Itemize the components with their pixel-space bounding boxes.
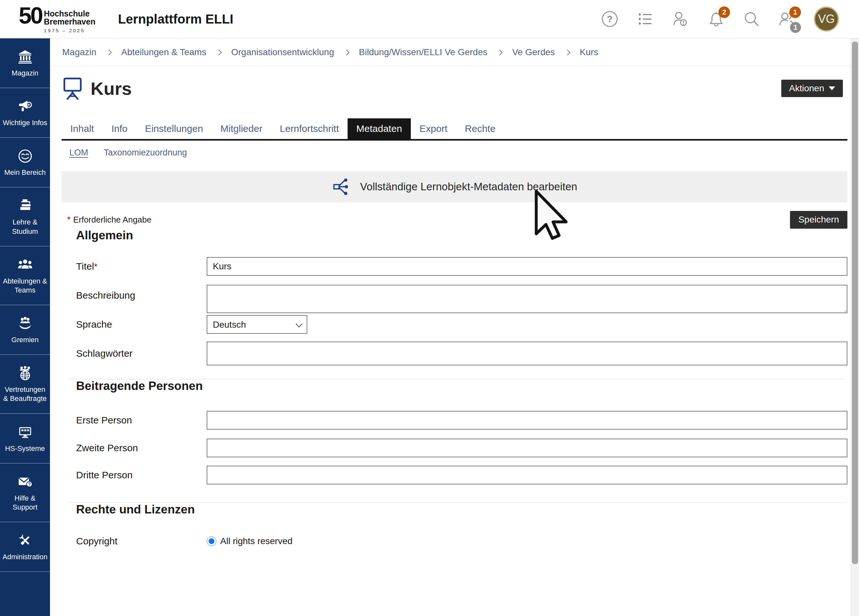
chevron-right-icon: [564, 49, 570, 55]
chevron-right-icon: [106, 49, 112, 55]
sidebar-item-hilfe-support[interactable]: ? Hilfe & Support: [0, 463, 50, 522]
subtab-taxonomiezuordnung[interactable]: Taxonomiezuordnung: [104, 148, 187, 158]
first-person-label: Erste Person: [62, 415, 207, 426]
breadcrumb-magazin[interactable]: Magazin: [62, 47, 97, 58]
todo-list-button[interactable]: [637, 10, 654, 28]
breadcrumb: Magazin Abteilungen & Teams Organisation…: [50, 38, 851, 66]
contacts-button[interactable]: 1 1: [778, 10, 796, 28]
tab-export[interactable]: Export: [411, 118, 456, 139]
keywords-field-label: Schlagwörter: [62, 348, 207, 359]
megaphone-icon: [17, 99, 33, 114]
app-title: Lernplattform ELLI: [118, 12, 233, 27]
breadcrumb-ve-gerdes[interactable]: Ve Gerdes: [512, 47, 554, 58]
chevron-right-icon: [497, 49, 503, 55]
todo-list-icon: [637, 10, 654, 28]
sidebar-item-lehre-studium[interactable]: Lehre & Studium: [0, 188, 50, 246]
sidebar-item-hs-systeme[interactable]: *** HS-Systeme: [0, 414, 50, 463]
tab-rechte[interactable]: Rechte: [456, 118, 504, 139]
user-status-button[interactable]: [672, 10, 689, 28]
object-tabs: Inhalt Info Einstellungen Mitglieder Ler…: [62, 118, 847, 141]
title-input[interactable]: [207, 257, 847, 276]
section-heading-beitragende-personen: Beitragende Personen: [76, 379, 847, 393]
description-field-label: Beschreibung: [62, 285, 207, 301]
actions-button[interactable]: Aktionen: [781, 80, 843, 97]
sidebar-item-gremien[interactable]: Gremien: [0, 305, 50, 355]
tab-mitglieder[interactable]: Mitglieder: [212, 118, 271, 139]
logo-name-line1: Hochschule: [44, 10, 95, 18]
vertical-scrollbar-thumb[interactable]: [852, 42, 858, 564]
sidebar-item-vertretungen-beauftragte[interactable]: Vertretungen & Beauftragte: [0, 355, 50, 413]
sidebar-item-wichtige-infos[interactable]: Wichtige Infos: [0, 88, 50, 138]
sidebar-item-mein-bereich[interactable]: Mein Bereich: [0, 138, 50, 188]
second-person-label: Zweite Person: [62, 442, 207, 453]
chevron-down-icon: [829, 86, 835, 90]
globe-people-icon: [17, 366, 33, 381]
logo-50-mark: 50: [19, 5, 42, 26]
breadcrumb-bildung-wissen[interactable]: Bildung/Wissen/ELLI Ve Gerdes: [359, 47, 487, 58]
avatar[interactable]: VG: [814, 6, 839, 31]
tab-lernfortschritt[interactable]: Lernfortschritt: [271, 118, 348, 139]
mail-help-icon: ?: [17, 474, 33, 489]
copyright-field-label: Copyright: [62, 536, 207, 547]
tab-einstellungen[interactable]: Einstellungen: [136, 118, 211, 139]
main-navigation-sidebar: Magazin Wichtige Infos Mein Bereich: [0, 38, 50, 616]
title-field-label: Titel*: [62, 261, 207, 272]
breadcrumb-kurs[interactable]: Kurs: [580, 47, 598, 58]
sidebar-item-administration[interactable]: Administration: [0, 522, 50, 572]
tools-icon: [17, 533, 33, 548]
chevron-right-icon: [344, 49, 349, 55]
metadata-subtabs: LOM Taxonomiezuordnung: [69, 148, 847, 158]
hochschule-bremerhaven-logo[interactable]: 50 Hochschule Bremerhaven 1975 – 2025: [19, 5, 95, 33]
committee-icon: [17, 316, 33, 331]
help-button[interactable]: ?: [601, 10, 618, 28]
notifications-button[interactable]: 2: [708, 10, 725, 28]
required-field-note: *Erforderliche Angabe: [67, 214, 151, 225]
copyright-radio-label: All rights reserved: [220, 536, 292, 546]
monitor-icon: ***: [17, 424, 33, 440]
sidebar-item-magazin[interactable]: Magazin: [0, 38, 50, 88]
user-status-icon: [672, 10, 689, 28]
save-button[interactable]: Speichern: [790, 211, 847, 229]
sidebar-empty-area: [0, 572, 50, 616]
smiley-icon: [17, 149, 33, 164]
bank-icon: [17, 49, 33, 64]
language-select[interactable]: Deutsch: [207, 315, 307, 334]
tab-info[interactable]: Info: [103, 118, 136, 139]
logo-name-line2: Bremerhaven: [44, 18, 95, 26]
search-button[interactable]: [743, 10, 760, 28]
description-textarea[interactable]: [207, 285, 847, 313]
vertical-scrollbar-track[interactable]: [851, 38, 859, 616]
edit-full-metadata-link[interactable]: Vollständige Lernobjekt-Metadaten bearbe…: [62, 171, 847, 202]
metadata-hub-icon: [332, 177, 352, 197]
top-header-bar: 50 Hochschule Bremerhaven 1975 – 2025 Le…: [0, 0, 859, 38]
third-person-label: Dritte Person: [62, 470, 207, 480]
svg-text:***: ***: [20, 428, 29, 435]
chevron-right-icon: [216, 49, 222, 55]
search-icon: [743, 10, 760, 28]
required-asterisk: *: [67, 214, 70, 225]
tab-inhalt[interactable]: Inhalt: [62, 118, 103, 139]
logo-anniversary-years: 1975 – 2025: [44, 28, 95, 33]
sidebar-item-abteilungen-teams[interactable]: Abteilungen & Teams: [0, 246, 50, 305]
elli-learning-platform: 50 Hochschule Bremerhaven 1975 – 2025 Le…: [0, 0, 859, 616]
second-person-input[interactable]: [207, 439, 847, 457]
keywords-input[interactable]: [207, 342, 847, 366]
third-person-input[interactable]: [207, 466, 847, 485]
copyright-radio-all-rights-reserved[interactable]: [207, 536, 216, 546]
breadcrumb-organisationsentwicklung[interactable]: Organisationsentwicklung: [231, 47, 334, 58]
help-icon: ?: [601, 10, 618, 28]
breadcrumb-abteilungen-teams[interactable]: Abteilungen & Teams: [121, 47, 206, 58]
svg-text:?: ?: [607, 14, 613, 24]
page-title: Kurs: [91, 78, 132, 99]
first-person-input[interactable]: [207, 411, 847, 430]
subtab-lom[interactable]: LOM: [69, 148, 88, 158]
notifications-badge: 2: [718, 6, 730, 18]
banner-label: Vollständige Lernobjekt-Metadaten bearbe…: [360, 181, 577, 193]
contacts-count-badge: 1: [790, 22, 801, 33]
section-heading-rechte-lizenzen: Rechte und Lizenzen: [76, 503, 847, 516]
section-heading-allgemein: Allgemein: [76, 229, 847, 242]
books-icon: [17, 198, 33, 214]
course-easel-icon: [62, 77, 83, 100]
contacts-new-badge: 1: [789, 6, 801, 18]
tab-metadaten[interactable]: Metadaten: [348, 118, 411, 139]
